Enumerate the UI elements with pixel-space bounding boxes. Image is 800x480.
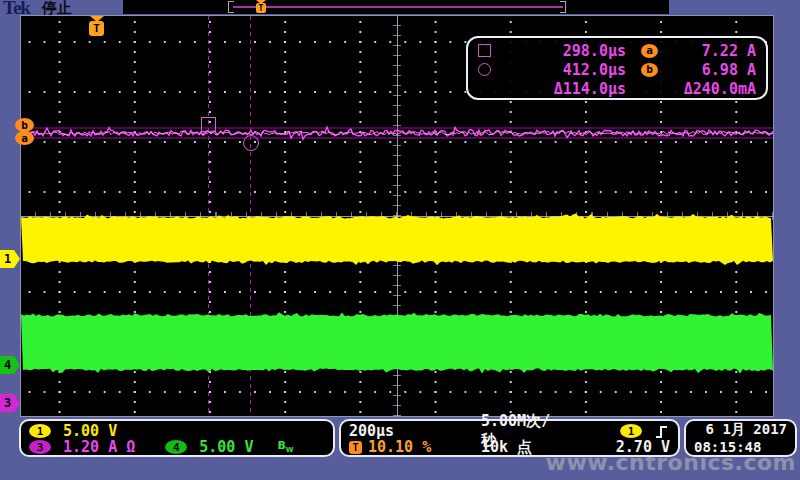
ch4-scale: 5.00 V [199, 438, 253, 456]
cursor-b-circle-marker[interactable] [243, 135, 259, 151]
cursor-a-badge: a [641, 44, 658, 58]
ch4-badge[interactable]: 4 [165, 440, 187, 454]
record-trigger-position-icon[interactable]: T [256, 0, 266, 13]
cursor-delta-row: Δ114.0µs Δ240.0mA [478, 79, 756, 98]
ch3-scale: 1.20 A Ω [63, 438, 135, 456]
record-view-bar[interactable]: T [123, 0, 669, 14]
trigger-source-badge[interactable]: 1 [620, 424, 642, 438]
record-view-right-bracket [560, 1, 566, 13]
record-length: 10k 点 [481, 438, 554, 457]
date-display: 6 1月 2017 [694, 421, 787, 439]
cursor-a-square-icon [478, 44, 491, 57]
trigger-position-cell: T 10.10 % [349, 439, 481, 455]
channel-scale-panel[interactable]: 1 5.00 V 3 1.20 A Ω 4 5.00 V BW [19, 419, 335, 457]
ch3-position-marker[interactable]: 3 [0, 394, 20, 412]
rising-edge-icon [654, 424, 670, 439]
cursor-b-circle-icon [478, 63, 491, 76]
cursor-a-row: 298.0µs a 7.22 A [478, 41, 756, 60]
cursor-a-amplitude: 7.22 A [660, 42, 756, 60]
ch4-position-marker[interactable]: 4 [0, 356, 20, 374]
cursor-b-row: 412.0µs b 6.98 A [478, 60, 756, 79]
delta-amplitude: Δ240.0mA [660, 80, 756, 98]
cursor-b-amplitude: 6.98 A [660, 61, 756, 79]
trigger-level: 2.70 V [554, 439, 670, 455]
cursor-readout-panel: 298.0µs a 7.22 A 412.0µs b 6.98 A Δ114.0… [466, 36, 768, 100]
record-view-waveform-line [233, 6, 563, 8]
record-view-left-bracket [228, 1, 234, 13]
time-display: 08:15:48 [694, 439, 787, 455]
cursor-a-time: 298.0µs [508, 42, 626, 60]
trigger-position-marker[interactable]: T [89, 16, 104, 36]
ch3-badge[interactable]: 3 [29, 440, 51, 454]
trigger-position-t-icon: T [349, 441, 362, 454]
cursor-a-square-marker[interactable] [201, 117, 216, 132]
horizontal-trigger-panel[interactable]: 200µs 5.00M次/秒 1 T 10.10 % 10k 点 2.70 V [339, 419, 680, 457]
ch1-badge[interactable]: 1 [29, 424, 51, 438]
cursor-b-badge: b [641, 63, 658, 77]
cursor-b-time: 412.0µs [508, 61, 626, 79]
ch3-ch4-scale-row: 3 1.20 A Ω 4 5.00 V BW [29, 439, 325, 455]
trigger-t-icon: T [256, 3, 266, 13]
delta-time: Δ114.0µs [478, 80, 626, 98]
trigger-t-icon: T [89, 21, 104, 36]
datetime-panel[interactable]: 6 1月 2017 08:15:48 [684, 419, 797, 457]
cursor-b-level-badge[interactable]: b [15, 118, 34, 132]
cursor-a-level-badge[interactable]: a [15, 131, 34, 145]
trigger-position-percent: 10.10 % [368, 438, 431, 456]
bandwidth-limit-indicator: BW [277, 439, 293, 454]
trigger-source-cell: 1 [554, 423, 670, 439]
ch1-scale-row: 1 5.00 V [29, 423, 325, 439]
ch1-position-marker[interactable]: 1 [0, 250, 20, 268]
